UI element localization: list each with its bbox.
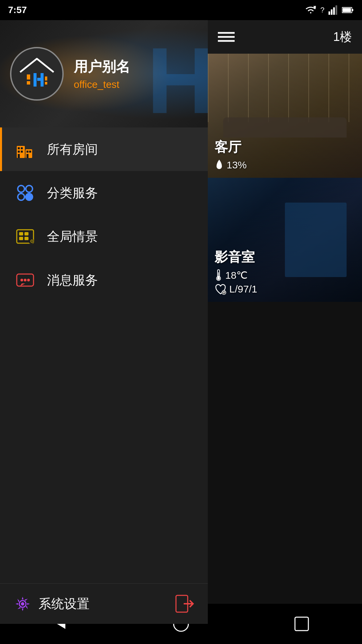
shelf-shape — [285, 203, 347, 277]
room-card-living[interactable]: 客厅 13% — [208, 54, 362, 178]
svg-rect-3 — [331, 9, 333, 15]
theater-heart-stats: L/97/1 — [215, 283, 257, 295]
status-time: 7:57 — [8, 5, 27, 15]
heart-rate-icon — [215, 283, 227, 295]
app-logo — [10, 47, 64, 101]
svg-rect-5 — [336, 5, 337, 15]
user-name-label: office_test — [74, 79, 130, 90]
scene-icon: ⚙ — [13, 225, 37, 248]
svg-point-39 — [24, 279, 26, 281]
svg-point-29 — [26, 194, 33, 200]
floor-label[interactable]: 1楼 — [333, 29, 352, 45]
svg-rect-9 — [27, 74, 30, 79]
user-info: 用户别名 office_test — [74, 57, 130, 90]
svg-point-38 — [20, 279, 23, 281]
message-label: 消息服务 — [47, 272, 98, 289]
svg-rect-4 — [333, 7, 335, 15]
svg-rect-25 — [26, 154, 28, 158]
living-room-info: 客厅 13% — [215, 138, 247, 171]
svg-rect-8 — [343, 8, 351, 12]
living-room-name: 客厅 — [215, 138, 247, 156]
humidity-value: 13% — [227, 159, 247, 171]
svg-rect-2 — [328, 11, 330, 15]
scene-label: 全局情景 — [47, 228, 98, 245]
question-icon: ? — [320, 6, 324, 14]
svg-rect-31 — [19, 232, 23, 235]
logo-svg — [17, 57, 57, 91]
thermometer-icon — [215, 269, 223, 281]
svg-rect-7 — [352, 9, 353, 11]
svg-rect-13 — [41, 73, 44, 87]
sidebar: H 用户别 — [0, 20, 208, 624]
svg-rect-34 — [24, 237, 28, 240]
humidity-drop-icon — [215, 159, 224, 171]
category-label: 分类服务 — [47, 184, 98, 202]
right-header: 1楼 — [208, 20, 362, 54]
room-card-theater[interactable]: 影音室 18℃ — [208, 178, 362, 302]
settings-icon — [13, 595, 32, 613]
bg-watermark: H — [147, 27, 208, 127]
user-alias-label: 用户别名 — [74, 57, 130, 76]
svg-point-28 — [18, 194, 24, 200]
heart-rate-value: L/97/1 — [229, 283, 257, 295]
sidebar-item-category[interactable]: 分类服务 — [0, 171, 208, 215]
sidebar-item-message[interactable]: 消息服务 — [0, 258, 208, 302]
svg-rect-21 — [18, 154, 20, 158]
sidebar-item-all-rooms[interactable]: 所有房间 — [0, 127, 208, 171]
rooms-list: 客厅 13% 影音室 — [208, 54, 362, 624]
svg-rect-19 — [18, 151, 20, 153]
sidebar-item-scene[interactable]: ⚙ 全局情景 — [0, 215, 208, 258]
building-icon — [13, 138, 37, 161]
svg-rect-23 — [26, 151, 28, 153]
svg-rect-56 — [295, 617, 308, 631]
settings-item[interactable]: 系统设置 — [13, 595, 89, 613]
wall-panels — [208, 54, 362, 122]
right-panel: 1楼 客厅 13% — [208, 20, 362, 624]
battery-icon — [342, 6, 354, 14]
svg-rect-14 — [45, 76, 47, 80]
status-bar: 7:57 ? — [0, 0, 362, 20]
status-icons: ? — [305, 5, 354, 15]
sidebar-bottom: 系统设置 — [0, 583, 208, 624]
category-icon — [13, 181, 37, 205]
svg-text:⚙: ⚙ — [30, 238, 34, 244]
sofa-shape — [223, 117, 347, 138]
menu-button[interactable] — [218, 30, 235, 44]
settings-label: 系统设置 — [39, 595, 89, 612]
svg-rect-11 — [34, 73, 37, 87]
temperature-value: 18℃ — [225, 269, 248, 281]
theater-room-info: 影音室 18℃ — [215, 248, 257, 295]
logout-icon — [174, 594, 194, 614]
theater-room-name: 影音室 — [215, 248, 257, 266]
svg-rect-24 — [29, 151, 31, 153]
svg-rect-15 — [45, 82, 47, 85]
recent-icon — [293, 615, 310, 632]
recent-button[interactable] — [293, 615, 310, 632]
svg-point-26 — [18, 185, 24, 192]
svg-rect-32 — [24, 232, 28, 235]
svg-rect-20 — [21, 151, 23, 153]
wifi-icon — [305, 5, 316, 15]
main-layout: H 用户别 — [0, 20, 362, 624]
message-icon — [13, 268, 37, 292]
living-room-stats: 13% — [215, 159, 247, 171]
theater-room-stats: 18℃ — [215, 269, 257, 281]
svg-rect-17 — [18, 147, 20, 149]
user-header: H 用户别 — [0, 20, 208, 127]
menu-icon — [218, 30, 235, 44]
svg-rect-10 — [27, 81, 30, 85]
signal-icon — [328, 5, 338, 15]
svg-point-52 — [217, 277, 220, 280]
all-rooms-label: 所有房间 — [47, 141, 98, 158]
logout-button[interactable] — [174, 594, 194, 614]
svg-rect-18 — [21, 147, 23, 149]
svg-point-43 — [21, 602, 24, 605]
svg-point-40 — [27, 279, 30, 281]
svg-rect-33 — [19, 237, 23, 240]
nav-section: 所有房间 分类服务 — [0, 127, 208, 583]
svg-point-27 — [26, 185, 33, 192]
